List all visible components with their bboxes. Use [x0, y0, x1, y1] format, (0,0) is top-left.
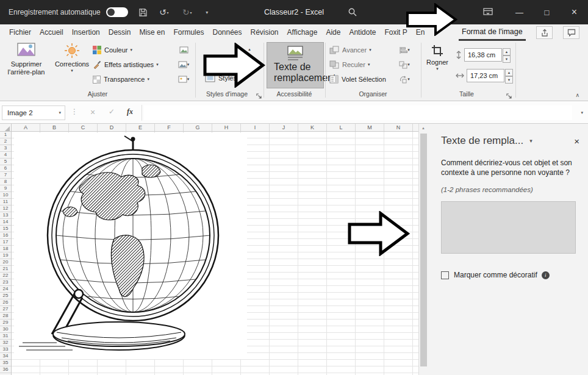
- ribbon-display-options-button[interactable]: [478, 0, 498, 24]
- spin-up-button[interactable]: ▲: [505, 69, 513, 76]
- effets-artistiques-dropdown[interactable]: Effets artistiques ▾: [93, 58, 159, 71]
- couleur-dropdown[interactable]: Couleur ▾: [93, 43, 132, 57]
- row-header-31[interactable]: 31: [0, 333, 11, 340]
- column-header-G[interactable]: G: [184, 124, 212, 131]
- height-input[interactable]: 16,38 cm: [464, 48, 502, 62]
- spin-down-button[interactable]: ▼: [503, 55, 511, 63]
- row-header-34[interactable]: 34: [0, 353, 11, 360]
- tab-affichage[interactable]: Affichage: [283, 24, 322, 41]
- reculer-dropdown[interactable]: Reculer ▾: [329, 58, 370, 71]
- name-box[interactable]: Image 2 ▾: [2, 105, 65, 120]
- row-header-21[interactable]: 21: [0, 266, 11, 273]
- quick-access-menu-button[interactable]: ▾: [199, 0, 215, 24]
- column-header-C[interactable]: C: [69, 124, 98, 131]
- row-header-8[interactable]: 8: [0, 179, 11, 185]
- enter-button[interactable]: ✓: [109, 107, 115, 116]
- formula-input[interactable]: [144, 105, 572, 120]
- spin-up-button[interactable]: ▲: [503, 48, 511, 55]
- row-header-26[interactable]: 26: [0, 299, 11, 306]
- row-header-22[interactable]: 22: [0, 273, 11, 279]
- column-header-B[interactable]: B: [40, 124, 69, 131]
- row-header-5[interactable]: 5: [0, 159, 11, 165]
- tab-dessin[interactable]: Dessin: [104, 24, 135, 41]
- volet-selection-button[interactable]: Volet Sélection: [329, 73, 389, 86]
- row-header-18[interactable]: 18: [0, 246, 11, 252]
- row-header-6[interactable]: 6: [0, 165, 11, 172]
- tab-format-de-l-image[interactable]: Format de l'image: [459, 25, 526, 41]
- vertical-scrollbar[interactable]: ▲: [418, 124, 428, 375]
- row-header-24[interactable]: 24: [0, 286, 11, 293]
- rogner-button[interactable]: Rogner ▾: [422, 42, 453, 88]
- corrections-button[interactable]: Corrections ▾: [54, 43, 90, 88]
- undo-button[interactable]: ↺ ▾: [152, 0, 176, 24]
- save-button[interactable]: [134, 0, 152, 24]
- row-header-10[interactable]: 10: [0, 192, 11, 199]
- row-header-19[interactable]: 19: [0, 252, 11, 259]
- compress-picture-button[interactable]: [174, 44, 193, 56]
- row-header-13[interactable]: 13: [0, 212, 11, 219]
- spin-down-button[interactable]: ▼: [505, 76, 513, 84]
- column-header-J[interactable]: J: [270, 124, 298, 131]
- row-header-9[interactable]: 9: [0, 185, 11, 192]
- expand-formula-bar-icon[interactable]: ▾: [581, 110, 583, 115]
- tab-insertion[interactable]: Insertion: [68, 24, 104, 41]
- row-header-12[interactable]: 12: [0, 205, 11, 212]
- alt-text-input[interactable]: [441, 201, 576, 254]
- column-header-N[interactable]: N: [384, 124, 413, 131]
- globe-image[interactable]: [14, 133, 247, 359]
- scroll-thumb[interactable]: [420, 134, 427, 366]
- row-header-2[interactable]: 2: [0, 138, 11, 145]
- column-header-A[interactable]: A: [12, 124, 40, 131]
- redo-button[interactable]: ↻ ▾: [176, 0, 199, 24]
- info-icon[interactable]: i: [542, 271, 550, 279]
- column-header-E[interactable]: E: [126, 124, 155, 131]
- tab-antidote[interactable]: Antidote: [345, 24, 380, 41]
- taille-dialog-launcher[interactable]: [506, 91, 512, 102]
- row-header-28[interactable]: 28: [0, 313, 11, 320]
- tab-donn-es[interactable]: Données: [208, 24, 246, 41]
- insert-function-button[interactable]: fx: [127, 107, 133, 116]
- group-dropdown[interactable]: ▾: [395, 59, 414, 71]
- tab-accueil[interactable]: Accueil: [35, 24, 68, 41]
- row-header-3[interactable]: 3: [0, 145, 11, 152]
- cancel-button[interactable]: ×: [90, 107, 95, 117]
- row-header-36[interactable]: 36: [0, 366, 11, 373]
- row-header-1[interactable]: 1: [0, 132, 11, 138]
- row-header-16[interactable]: 16: [0, 232, 11, 239]
- row-header-30[interactable]: 30: [0, 326, 11, 333]
- column-header-D[interactable]: D: [98, 124, 126, 131]
- rotate-dropdown[interactable]: ▾: [395, 73, 414, 85]
- tab-r-vision[interactable]: Révision: [246, 24, 283, 41]
- select-all-corner[interactable]: [0, 124, 12, 132]
- row-header-23[interactable]: 23: [0, 279, 11, 286]
- column-header-L[interactable]: L: [327, 124, 356, 131]
- row-header-29[interactable]: 29: [0, 320, 11, 326]
- row-header-27[interactable]: 27: [0, 306, 11, 313]
- column-header-H[interactable]: H: [212, 124, 241, 131]
- tab-fichier[interactable]: Fichier: [5, 24, 35, 41]
- collapse-ribbon-button[interactable]: ∧: [575, 92, 579, 98]
- column-header-M[interactable]: M: [356, 124, 384, 131]
- column-header-F[interactable]: F: [155, 124, 184, 131]
- tab-mise-en[interactable]: Mise en: [135, 24, 169, 41]
- change-picture-button[interactable]: ▾: [174, 59, 193, 71]
- tab-formules[interactable]: Formules: [169, 24, 208, 41]
- align-dropdown[interactable]: ▾: [395, 44, 414, 56]
- row-header-7[interactable]: 7: [0, 172, 11, 179]
- width-input[interactable]: 17,23 cm: [467, 69, 504, 82]
- row-header-14[interactable]: 14: [0, 219, 11, 226]
- row-header-35[interactable]: 35: [0, 360, 11, 366]
- row-header-25[interactable]: 25: [0, 293, 11, 299]
- avancer-dropdown[interactable]: Avancer ▾: [329, 43, 371, 57]
- remove-background-button[interactable]: Supprimer l'arrière-plan: [1, 43, 51, 88]
- scroll-up-button[interactable]: ▲: [419, 124, 428, 132]
- minimize-button[interactable]: —: [506, 0, 533, 24]
- close-button[interactable]: ×: [561, 0, 588, 24]
- search-button[interactable]: [348, 7, 357, 20]
- reset-picture-button[interactable]: ▾: [174, 73, 193, 85]
- row-header-20[interactable]: 20: [0, 259, 11, 266]
- autosave-toggle[interactable]: [106, 7, 128, 17]
- task-pane-menu-chevron[interactable]: ▾: [529, 138, 532, 144]
- transparence-dropdown[interactable]: Transparence ▾: [93, 73, 149, 86]
- decorative-checkbox[interactable]: [441, 271, 449, 279]
